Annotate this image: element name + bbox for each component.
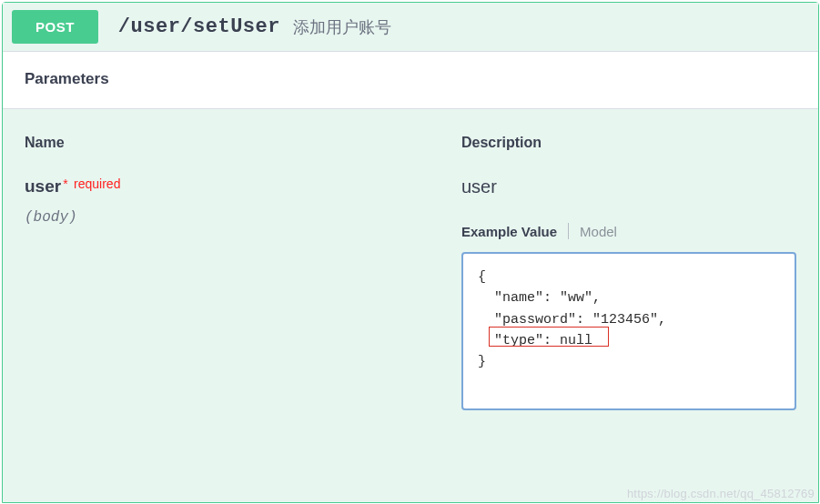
column-header-description: Description [461, 135, 796, 176]
param-name: user [25, 176, 61, 197]
parameters-section-header: Parameters [3, 51, 818, 108]
json-line: "name": "ww", [478, 287, 780, 308]
json-line: "password": "123456", [478, 309, 780, 330]
param-row-name-cell: user* required (body) [25, 176, 461, 226]
example-tabs: Example Value Model [461, 223, 796, 239]
tab-separator [568, 223, 569, 239]
required-asterisk: * [63, 176, 67, 191]
example-value-box[interactable]: { "name": "ww", "password": "123456", "t… [461, 252, 796, 410]
endpoint-summary: 添加用户账号 [293, 16, 391, 38]
column-header-name: Name [25, 135, 461, 176]
json-line: } [478, 351, 780, 372]
json-line: { [478, 267, 780, 287]
required-label: required [74, 176, 120, 191]
tab-example-value[interactable]: Example Value [461, 224, 568, 239]
json-line: "type": null [478, 330, 780, 351]
parameters-title: Parameters [25, 70, 796, 88]
api-operation-panel: POST /user/setUser 添加用户账号 Parameters Nam… [2, 2, 819, 503]
parameters-body: Name user* required (body) Description u… [3, 108, 818, 410]
tab-model[interactable]: Model [580, 224, 628, 239]
watermark: https://blog.csdn.net/qq_45812769 [627, 487, 815, 500]
operation-header[interactable]: POST /user/setUser 添加用户账号 [3, 3, 818, 51]
http-method-badge: POST [12, 10, 98, 44]
endpoint-path: /user/setUser [118, 15, 280, 38]
param-in: (body) [25, 209, 461, 226]
param-description: user [461, 176, 796, 197]
